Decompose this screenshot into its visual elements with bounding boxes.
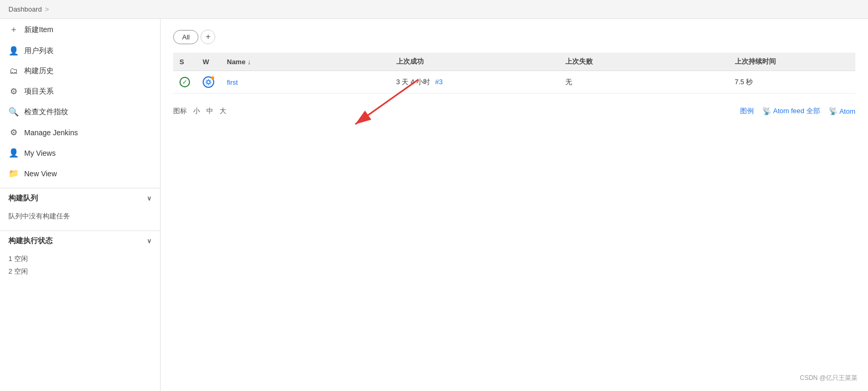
sidebar-item-fingerprint[interactable]: 🔍 检查文件指纹 bbox=[0, 102, 160, 122]
plus-icon: ＋ bbox=[8, 24, 19, 35]
build-queue-header[interactable]: 构建队列 ∨ bbox=[0, 188, 160, 208]
col-s: S bbox=[173, 53, 196, 71]
size-medium[interactable]: 中 bbox=[206, 106, 213, 116]
history-icon: 🗂 bbox=[8, 66, 19, 76]
table-header: S W Name ↓ 上次成功 上次失败 上次持续时间 bbox=[173, 53, 855, 71]
col-last-failure: 上次失败 bbox=[559, 53, 729, 71]
sidebar-item-new-item[interactable]: ＋ 新建Item bbox=[0, 19, 160, 41]
build-link[interactable]: #3 bbox=[435, 78, 443, 86]
sidebar: ＋ 新建Item 👤 用户列表 🗂 构建历史 ⚙ 项目关系 🔍 检查文件指纹 ⚙… bbox=[0, 19, 161, 391]
size-small[interactable]: 小 bbox=[193, 106, 200, 116]
status-success-icon: ✓ bbox=[179, 77, 190, 87]
user-icon: 👤 bbox=[8, 46, 19, 56]
svg-line-8 bbox=[210, 84, 211, 84]
build-executor-content: 1 空闲 2 空闲 bbox=[0, 251, 160, 282]
breadcrumb: Dashboard > bbox=[8, 5, 52, 13]
sidebar-item-manage-jenkins[interactable]: ⚙ Manage Jenkins bbox=[0, 122, 160, 143]
project-relations-label: 项目关系 bbox=[24, 87, 54, 96]
manage-jenkins-label: Manage Jenkins bbox=[24, 128, 78, 137]
executor-2: 2 空闲 bbox=[8, 267, 152, 276]
build-history-label: 构建历史 bbox=[24, 66, 54, 76]
build-executor-chevron: ∨ bbox=[147, 237, 152, 245]
atom-feed-all-link[interactable]: 📡 Atom feed 全部 bbox=[762, 106, 820, 116]
topbar: Dashboard > bbox=[0, 0, 868, 19]
job-name-link[interactable]: first bbox=[227, 78, 238, 86]
build-queue-chevron: ∨ bbox=[147, 195, 152, 202]
col-last-duration: 上次持续时间 bbox=[729, 53, 855, 71]
last-success-cell: 3 天 4 小时 #3 bbox=[390, 71, 560, 94]
last-duration-cell: 7.5 秒 bbox=[729, 71, 855, 94]
col-last-success: 上次成功 bbox=[390, 53, 560, 71]
last-failure-value: 无 bbox=[565, 78, 572, 86]
gear-weather-svg bbox=[205, 78, 212, 86]
last-duration-value: 7.5 秒 bbox=[735, 78, 753, 86]
footer-row: 图标 小 中 大 图例 📡 Atom feed 全部 📡 Atom bbox=[173, 102, 855, 116]
legend-label: 图例 bbox=[740, 106, 754, 116]
col-w: W bbox=[196, 53, 221, 71]
status-cell: ✓ bbox=[173, 71, 196, 94]
sidebar-item-project-relations[interactable]: ⚙ 项目关系 bbox=[0, 81, 160, 102]
main-content: All + S W Name ↓ 上次成功 上次失败 bbox=[161, 19, 868, 391]
feed-icon-all: 📡 bbox=[762, 107, 771, 115]
executor-1: 1 空闲 bbox=[8, 254, 152, 264]
my-views-icon: 👤 bbox=[8, 148, 19, 158]
sidebar-item-my-views[interactable]: 👤 My Views bbox=[0, 143, 160, 163]
project-icon: ⚙ bbox=[8, 86, 19, 96]
table-header-row: S W Name ↓ 上次成功 上次失败 上次持续时间 bbox=[173, 53, 855, 71]
build-executor-section: 构建执行状态 ∨ 1 空闲 2 空闲 bbox=[0, 230, 160, 282]
table-body: ✓ bbox=[173, 71, 855, 94]
main-layout: ＋ 新建Item 👤 用户列表 🗂 构建历史 ⚙ 项目关系 🔍 检查文件指纹 ⚙… bbox=[0, 19, 868, 391]
build-queue-section: 构建队列 ∨ 队列中没有构建任务 bbox=[0, 188, 160, 226]
footer-right: 图例 📡 Atom feed 全部 📡 Atom bbox=[740, 106, 855, 116]
gear-icon: ⚙ bbox=[8, 127, 19, 137]
new-view-label: New View bbox=[24, 169, 57, 178]
atom-feed-partial-link[interactable]: 📡 Atom bbox=[829, 107, 855, 115]
svg-line-7 bbox=[206, 80, 207, 81]
sidebar-item-user-list[interactable]: 👤 用户列表 bbox=[0, 41, 160, 61]
size-large[interactable]: 大 bbox=[220, 106, 226, 116]
svg-line-10 bbox=[206, 84, 207, 84]
table-row: ✓ bbox=[173, 71, 855, 94]
svg-line-9 bbox=[210, 80, 211, 81]
build-executor-label: 构建执行状态 bbox=[8, 236, 53, 246]
build-queue-label: 构建队列 bbox=[8, 194, 38, 203]
svg-point-2 bbox=[207, 81, 210, 84]
atom-feed-all-label: Atom feed 全部 bbox=[773, 106, 820, 116]
my-views-label: My Views bbox=[24, 149, 56, 157]
weather-sunny-icon bbox=[203, 76, 214, 88]
tab-add-button[interactable]: + bbox=[201, 29, 215, 44]
folder-icon: 📁 bbox=[8, 168, 19, 178]
name-cell: first bbox=[221, 71, 390, 94]
icon-label: 图标 bbox=[173, 106, 187, 116]
sidebar-item-build-history[interactable]: 🗂 构建历史 bbox=[0, 61, 160, 81]
icon-size-controls: 图标 小 中 大 bbox=[173, 106, 226, 116]
last-failure-cell: 无 bbox=[559, 71, 729, 94]
build-queue-content: 队列中没有构建任务 bbox=[0, 208, 160, 226]
weather-cell bbox=[196, 71, 221, 94]
fingerprint-label: 检查文件指纹 bbox=[24, 107, 68, 117]
sidebar-item-new-view[interactable]: 📁 New View bbox=[0, 163, 160, 184]
build-executor-header[interactable]: 构建执行状态 ∨ bbox=[0, 231, 160, 251]
new-item-label: 新建Item bbox=[24, 25, 53, 35]
user-list-label: 用户列表 bbox=[24, 46, 54, 56]
build-queue-empty: 队列中没有构建任务 bbox=[8, 212, 70, 220]
atom-feed-partial-label: Atom bbox=[840, 107, 855, 115]
watermark: CSDN @亿只王菜菜 bbox=[800, 374, 857, 383]
legend-link[interactable]: 图例 bbox=[740, 106, 754, 116]
last-success-time: 3 天 4 小时 bbox=[396, 78, 430, 86]
fingerprint-icon: 🔍 bbox=[8, 107, 19, 117]
breadcrumb-separator: > bbox=[45, 5, 49, 13]
breadcrumb-home[interactable]: Dashboard bbox=[8, 5, 42, 13]
tab-all[interactable]: All bbox=[173, 30, 198, 44]
col-name[interactable]: Name ↓ bbox=[221, 53, 390, 71]
tabs-row: All + bbox=[173, 29, 855, 44]
feed-icon-partial: 📡 bbox=[829, 107, 837, 115]
plus-icon: + bbox=[206, 32, 211, 42]
jobs-table: S W Name ↓ 上次成功 上次失败 上次持续时间 ✓ bbox=[173, 53, 855, 94]
